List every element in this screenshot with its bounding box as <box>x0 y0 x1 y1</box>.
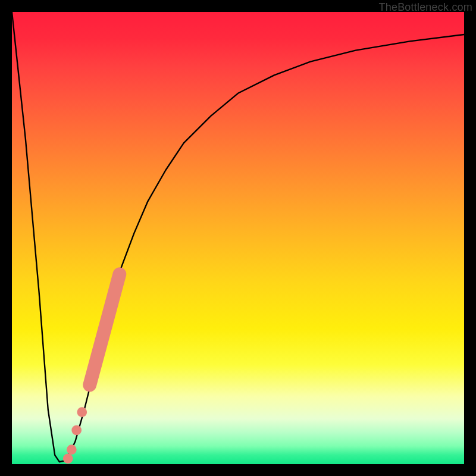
chart-stage: TheBottleneck.com <box>0 0 476 476</box>
bottleneck-curve-path <box>12 12 464 462</box>
marker-d <box>63 454 73 464</box>
bottleneck-curve-chart <box>12 12 464 464</box>
highlight-segment-upper <box>90 274 120 385</box>
marker-c <box>67 444 77 455</box>
attribution-watermark: TheBottleneck.com <box>379 1 472 14</box>
marker-a <box>77 407 87 417</box>
marker-b <box>71 425 82 436</box>
plot-area <box>12 12 464 464</box>
